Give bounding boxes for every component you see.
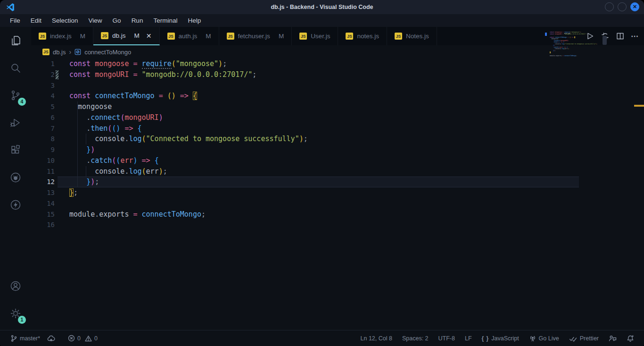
line-number: 10	[31, 155, 55, 166]
menu-item-selection[interactable]: Selection	[47, 14, 83, 27]
activity-extensions-icon[interactable]	[0, 136, 31, 164]
window-controls: ✕	[605, 2, 639, 11]
activity-source-control-icon[interactable]: 4	[0, 82, 31, 109]
line-number: 2	[31, 69, 55, 80]
tab-index-js[interactable]: JSindex.jsM	[31, 27, 93, 45]
activity-thunder-client-icon[interactable]	[0, 191, 31, 219]
code-text: .catch((err) => {	[69, 155, 159, 166]
token: {	[155, 156, 159, 165]
symbol-icon	[74, 49, 81, 55]
status-0[interactable]: 0	[85, 335, 98, 342]
menu-item-terminal[interactable]: Terminal	[148, 14, 182, 27]
token: )	[159, 167, 163, 176]
token: )	[568, 40, 569, 42]
scrollbar-slider[interactable]	[603, 36, 607, 45]
status-spaces-2[interactable]: Spaces: 2	[402, 335, 429, 342]
code-text: const mongoURI = "mongodb://0.0.0.0:2701…	[69, 69, 256, 80]
status-prettier[interactable]: Prettier	[569, 335, 599, 342]
line-number: 13	[31, 187, 55, 198]
token: ;	[95, 177, 99, 186]
status-0[interactable]: 0	[68, 335, 81, 342]
menu-item-go[interactable]: Go	[107, 14, 126, 27]
menu-item-run[interactable]: Run	[126, 14, 149, 27]
token: log	[129, 135, 141, 143]
activity-github-icon[interactable]	[0, 164, 31, 191]
token: )	[133, 156, 137, 165]
activity-bar: 41	[0, 27, 31, 330]
thunder-client-icon	[9, 199, 22, 211]
status-ln-12-col-8[interactable]: Ln 12, Col 8	[361, 335, 392, 342]
split-editor-button[interactable]	[616, 32, 625, 41]
warning-triangle-icon	[85, 335, 92, 342]
github-icon	[9, 171, 22, 184]
activity-badge: 1	[18, 316, 26, 324]
broadcast-icon	[529, 335, 537, 342]
close-tab-icon[interactable]: ✕	[146, 32, 152, 40]
token	[138, 210, 142, 219]
minimap[interactable]: const mongoose = require("mongoose");con…	[548, 32, 601, 287]
menu-item-view[interactable]: View	[83, 14, 107, 27]
token: connectToMongo	[564, 55, 576, 57]
activity-run-debug-icon[interactable]	[0, 109, 31, 136]
menu-item-edit[interactable]: Edit	[25, 14, 47, 27]
line-number: 12	[31, 177, 55, 187]
activity-search-icon[interactable]	[0, 54, 31, 82]
tab-fetchuser-js[interactable]: JSfetchuser.jsM	[219, 27, 292, 45]
close-button[interactable]: ✕	[630, 2, 639, 11]
maximize-button[interactable]	[618, 2, 627, 11]
status-label: Ln 12, Col 8	[361, 335, 392, 342]
menu-item-file[interactable]: File	[5, 14, 25, 27]
minimize-button[interactable]	[605, 2, 614, 11]
line-number: 15	[31, 209, 55, 220]
git-modified-gutter-marker	[56, 70, 58, 79]
activity-explorer-icon[interactable]	[0, 27, 31, 54]
status-bell[interactable]	[627, 335, 635, 342]
breadcrumb-symbol[interactable]: connectToMongo	[84, 49, 131, 56]
status-bar-right: Ln 12, Col 8Spaces: 2UTF-8LF{ }JavaScrip…	[361, 335, 635, 342]
line-number: 14	[31, 198, 55, 209]
token: ()	[167, 92, 176, 100]
token: ;	[576, 55, 577, 57]
token	[138, 70, 142, 79]
activity-settings-gear-icon[interactable]: 1	[0, 300, 31, 327]
token: =>	[142, 156, 150, 165]
token: console	[95, 167, 124, 176]
status-lf[interactable]: LF	[465, 335, 472, 342]
split-editor-icon	[616, 32, 625, 41]
token	[91, 59, 95, 68]
account-icon	[9, 280, 22, 292]
tab-notes-js[interactable]: JSNotes.js	[387, 27, 437, 45]
bell-icon	[627, 335, 635, 342]
tab-label: auth.js	[179, 33, 198, 40]
token: =>	[124, 124, 133, 133]
status-javascript[interactable]: { }JavaScript	[482, 335, 519, 342]
status-feedback[interactable]	[609, 335, 617, 342]
modified-indicator: M	[206, 33, 211, 40]
line-number: 8	[31, 134, 55, 144]
token	[69, 167, 95, 176]
tab-user-js[interactable]: JSUser.js	[292, 27, 338, 45]
token: )	[91, 177, 95, 186]
token: connectToMongo	[95, 92, 154, 100]
tab-db-js[interactable]: JSdb.jsM✕	[93, 27, 160, 45]
more-actions-button[interactable]: ⋯	[631, 32, 639, 41]
js-file-icon: JS	[167, 33, 175, 40]
status-master[interactable]: master*	[10, 335, 40, 342]
tab-auth-js[interactable]: JSauth.jsM	[160, 27, 219, 45]
status-go-live[interactable]: Go Live	[529, 335, 559, 342]
token	[163, 92, 167, 100]
token: .	[86, 124, 91, 133]
status-bar-left: master*00	[10, 335, 98, 342]
activity-account-icon[interactable]	[0, 272, 31, 300]
token	[69, 135, 95, 143]
breadcrumb-file[interactable]: db.js	[53, 49, 66, 56]
js-file-icon: JS	[39, 33, 46, 40]
menu-item-help[interactable]: Help	[182, 14, 206, 27]
token	[69, 145, 86, 154]
status-cloud-upload[interactable]	[47, 335, 55, 342]
tab-notes-js[interactable]: JSnotes.js	[338, 27, 387, 45]
token: mongoose	[95, 59, 129, 68]
token	[91, 92, 95, 100]
code-text: .then(() => {	[69, 123, 142, 134]
status-utf-8[interactable]: UTF-8	[438, 335, 455, 342]
